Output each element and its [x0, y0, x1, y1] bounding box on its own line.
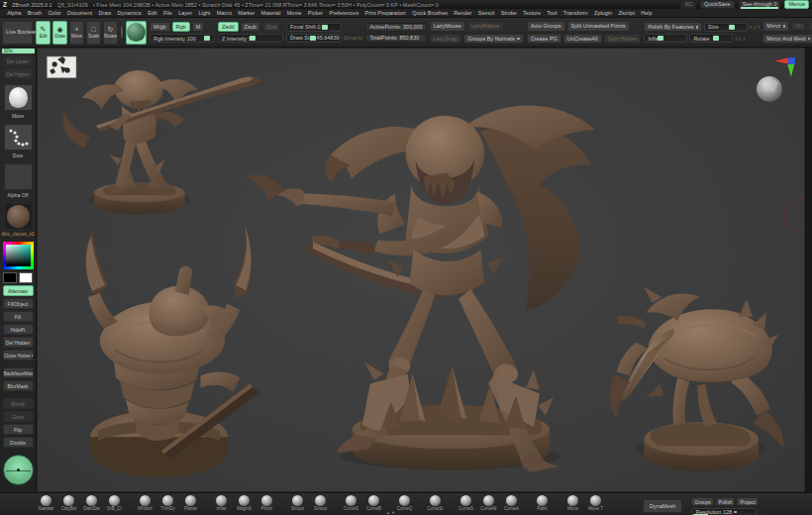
brush-item[interactable]: CurveA — [500, 495, 523, 512]
menu-item[interactable]: Movie — [284, 9, 305, 18]
menus-button[interactable]: Menus — [784, 0, 809, 9]
rgb-intensity-slider[interactable]: Rgb Intensity 100 — [150, 34, 215, 43]
secondary-color-swatch[interactable] — [3, 272, 17, 283]
sculpture-back-detail[interactable] — [85, 220, 259, 477]
mode-button[interactable]: ◉ Draw — [52, 21, 67, 45]
brush-item[interactable]: CurveB — [362, 495, 385, 512]
menu-item[interactable]: Macro — [214, 9, 236, 18]
material-preview-button[interactable] — [126, 21, 147, 45]
paint-mode-button[interactable]: Mrgb — [150, 22, 170, 33]
live-boolean-button[interactable]: Live Boolean — [2, 21, 33, 45]
color-gradient[interactable] — [6, 245, 31, 266]
brush-item[interactable]: CurveQ — [393, 495, 416, 512]
brush-item[interactable]: Move — [561, 495, 584, 512]
auto-groups-button[interactable]: Auto Groups — [527, 21, 565, 32]
menu-item[interactable]: Edit — [145, 9, 160, 18]
menu-item[interactable]: Zplugin — [591, 9, 615, 18]
tray-button[interactable]: Flip — [3, 424, 34, 435]
mode-button[interactable]: □ Scale — [86, 21, 101, 45]
see-through-slider[interactable]: See-through 0 — [739, 0, 781, 10]
brush-item[interactable]: Inflat — [210, 495, 233, 512]
mirror-and-weld-button[interactable]: Mirror And Weld — [762, 34, 812, 45]
document-thumbnail[interactable] — [47, 56, 76, 78]
lazysnap-button[interactable]: LazySnap — [430, 34, 461, 45]
uncrease-all-button[interactable]: UnCreaseAll — [563, 34, 602, 45]
dynamesh-button[interactable]: DynaMesh — [643, 499, 682, 513]
mirror-axis-button[interactable]: >Y< — [808, 22, 812, 31]
quicksave-button[interactable]: QuickSave — [700, 0, 735, 9]
tray-button[interactable]: Fill — [3, 311, 34, 322]
stroke-selector[interactable] — [4, 124, 33, 151]
main-color-swatch[interactable] — [19, 272, 33, 283]
mode-button[interactable]: ↻ Rotate — [103, 21, 118, 45]
tray-button[interactable]: Double — [3, 437, 34, 448]
resolution-slider[interactable]: Resolution 128 — [691, 508, 757, 515]
mode-button[interactable]: + Move — [69, 21, 84, 45]
brush-item[interactable]: ClayBui — [57, 495, 80, 512]
sculpture-side-view[interactable] — [63, 70, 262, 214]
brush-item[interactable]: CurveS — [455, 495, 477, 512]
tray-button[interactable]: Grow — [3, 411, 34, 422]
menu-item[interactable]: Alpha — [4, 9, 24, 18]
del-higher-button[interactable]: Del Higher — [3, 68, 34, 79]
sdiv-slider[interactable]: SDiv — [2, 49, 35, 53]
tray-button[interactable]: HidePt — [3, 324, 34, 335]
lazymouse-button[interactable]: LazyMouse — [430, 21, 465, 32]
menu-item[interactable]: Dynamics — [114, 9, 145, 18]
brush-item[interactable]: Smoot — [286, 495, 309, 512]
brush-item[interactable]: Move T — [584, 495, 607, 512]
tray-button[interactable]: Alternate — [3, 285, 34, 296]
brush-item[interactable]: Pinch — [255, 495, 278, 512]
inflate-slider[interactable]: Inflate — [644, 34, 687, 43]
tray-button[interactable]: Close Holes — [3, 350, 34, 360]
sculpt-mode-button[interactable]: Zsub — [241, 22, 260, 33]
menu-item[interactable]: Print Preparation — [361, 9, 409, 18]
dynamic-toggle[interactable]: Dynamic — [344, 35, 362, 41]
paint-mode-button[interactable]: M — [192, 22, 205, 33]
document-canvas[interactable] — [37, 48, 805, 492]
gyro-icon[interactable] — [121, 26, 123, 39]
menu-item[interactable]: Brush — [24, 9, 45, 18]
brush-item[interactable]: Planar — [179, 495, 202, 512]
menu-item[interactable]: Zscript — [615, 9, 638, 18]
menu-item[interactable]: Draw — [95, 9, 114, 18]
polish-by-features-button[interactable]: Polish By Features — [644, 22, 702, 33]
menu-item[interactable]: Document — [64, 9, 95, 18]
sculpture-crouch-view[interactable] — [610, 287, 784, 471]
del-lower-button[interactable]: Del Lower — [3, 55, 34, 66]
menu-item[interactable]: Light — [195, 9, 213, 18]
menu-item[interactable]: Layer — [175, 9, 195, 18]
menu-item[interactable]: Picker — [305, 9, 327, 18]
brush-item[interactable]: Paint — [531, 495, 554, 512]
rotate-slider[interactable]: Rotate — [689, 34, 733, 43]
brush-item[interactable]: CurveSt — [424, 495, 447, 512]
tray-button[interactable]: Shrink — [3, 398, 34, 409]
menu-item[interactable]: Material — [258, 9, 284, 18]
split-hidden-button[interactable]: Split Hidden — [604, 34, 642, 45]
material-selector[interactable] — [4, 203, 33, 230]
dynamesh-option-button[interactable]: Groups — [691, 497, 713, 506]
menu-item[interactable]: Stencil — [475, 9, 498, 18]
tray-button[interactable]: BlurMask — [3, 380, 34, 391]
size-slider[interactable]: Size — [704, 23, 748, 32]
tray-button[interactable]: BackfaceMask — [3, 367, 34, 378]
brush-item[interactable]: CurveS — [340, 495, 362, 512]
rotate-axes[interactable]: x y z — [735, 36, 745, 42]
brush-selector[interactable] — [4, 84, 33, 111]
navigation-sphere[interactable] — [3, 455, 34, 485]
paint-mode-button[interactable]: Rgb — [172, 22, 190, 33]
focal-shift-slider[interactable]: Focal Shift 0 — [286, 23, 342, 32]
menu-item[interactable]: Marker — [235, 9, 258, 18]
brush-item[interactable]: TrimDy — [156, 495, 179, 512]
crease-pg-button[interactable]: Crease PG — [527, 34, 561, 45]
split-unmasked-button[interactable]: Split Unmasked Points — [567, 21, 630, 32]
menu-item[interactable]: Render — [451, 9, 474, 18]
brush-item[interactable]: Smoot — [309, 495, 332, 512]
z-intensity-slider[interactable]: Z Intensity 51 — [218, 34, 283, 43]
menu-item[interactable]: File — [160, 9, 175, 18]
brush-item[interactable]: hPolish — [134, 495, 156, 512]
tray-button[interactable]: Del Hidden — [3, 337, 34, 348]
dynamesh-option-button[interactable]: Polish — [716, 497, 736, 506]
menu-item[interactable]: Quick Brushes — [409, 9, 451, 18]
menu-item[interactable]: Tool — [544, 9, 559, 18]
